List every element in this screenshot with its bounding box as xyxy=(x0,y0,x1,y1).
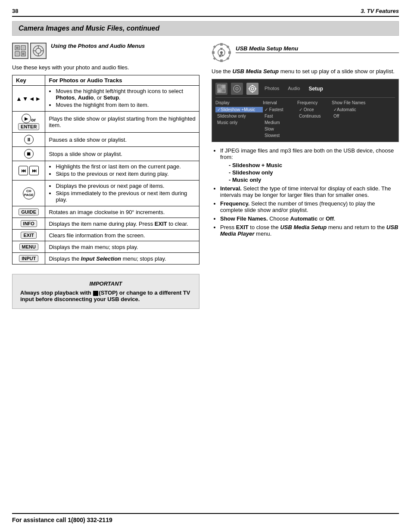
forward-icon: ⏭ xyxy=(29,166,39,175)
svg-point-40 xyxy=(236,87,238,90)
stop-desc: Stops a slide show or playlist. xyxy=(45,147,199,161)
key-exit-cell: EXIT xyxy=(12,230,45,241)
svg-rect-7 xyxy=(22,53,25,55)
continuous-option: Continuous xyxy=(297,113,332,119)
dash-slideshow-music: Slideshow + Music xyxy=(229,162,399,168)
fast-option: Fast xyxy=(263,113,297,119)
dash-slideshow-only: Slideshow only xyxy=(229,169,399,176)
stop-icon: ⏹ xyxy=(24,149,34,159)
filenames-col: ✓Automatic Off xyxy=(332,107,375,119)
menu-key: MENU xyxy=(19,243,38,250)
svg-point-42 xyxy=(251,87,254,90)
key-info-cell: INFO xyxy=(12,218,45,230)
medium-option: Medium xyxy=(263,120,297,125)
automatic-option: ✓Automatic xyxy=(332,107,375,112)
table-row: MENU Displays the main menu; stops play. xyxy=(12,241,199,253)
footer-text: For assistance call 1(800) 332-2119 xyxy=(12,516,112,523)
page-header: 38 3. TV Features xyxy=(12,8,399,17)
col-filenames: Show File Names xyxy=(332,100,375,105)
key-input-cell: INPUT xyxy=(12,253,45,264)
page-footer: For assistance call 1(800) 332-2119 xyxy=(12,513,399,523)
menu-column-data: ✓Slideshow +Music Slideshow only Music o… xyxy=(215,107,395,138)
tab-audio: Audio xyxy=(288,86,300,92)
svg-rect-6 xyxy=(16,53,19,55)
table-row: ▶or ENTER Plays the slide show or playli… xyxy=(12,112,199,133)
off-option: Off xyxy=(332,113,375,119)
menu-desc: Displays the main menu; stops play. xyxy=(45,241,199,253)
menu-column-headers: Display Interval Frequency Show File Nam… xyxy=(215,100,395,105)
music-only-option: Music only xyxy=(215,120,263,125)
svg-rect-18 xyxy=(212,51,215,54)
using-photos-title: Using the Photos and Audio Menus xyxy=(51,43,145,49)
icon-group xyxy=(12,43,47,59)
usb-intro: Use the USB Media Setup menu to set up p… xyxy=(212,68,399,75)
tab-photos: Photos xyxy=(265,86,279,92)
slideshow-only-option: Slideshow only xyxy=(215,113,263,119)
rewind-icon: ⏮ xyxy=(19,166,28,175)
once-option: ✓ Once xyxy=(297,107,332,112)
key-chpage-cell: CHPAGE xyxy=(12,180,45,206)
bullet-show-file-names: Show File Names. Choose Automatic or Off… xyxy=(220,215,399,222)
rewind-fwd-icons: ⏮ ⏭ xyxy=(16,166,41,175)
svg-point-30 xyxy=(222,55,224,56)
svg-rect-38 xyxy=(222,90,225,92)
exit-desc: Clears file information from the screen. xyxy=(45,230,199,241)
intro-text: Use these keys with your photo and audio… xyxy=(12,64,199,71)
col-interval: Interval xyxy=(263,100,297,105)
left-column: Using the Photos and Audio Menus Use the… xyxy=(12,43,199,309)
slideshow-music-option: ✓Slideshow +Music xyxy=(215,107,263,112)
main-content: Using the Photos and Audio Menus Use the… xyxy=(12,43,399,309)
chpage-desc-2: Skips immediately to the previous or nex… xyxy=(56,190,196,203)
photos-icon xyxy=(12,43,28,59)
important-text: Always stop playback with (STOP) or chan… xyxy=(20,289,191,302)
play-icon: ▶ xyxy=(22,114,31,123)
table-row: ▲▼◄► Moves the highlight left/right thro… xyxy=(12,86,199,112)
page-number: 38 xyxy=(12,8,18,14)
exit-key: EXIT xyxy=(21,232,36,239)
svg-point-39 xyxy=(234,85,240,92)
table-row: ⏮ ⏭ Highlights the first or last item on… xyxy=(12,161,199,180)
section-banner: Camera Images and Music Files, continued xyxy=(12,21,399,36)
important-box: IMPORTANT Always stop playback with (STO… xyxy=(12,274,199,309)
slowest-option: Slowest xyxy=(263,133,297,138)
svg-rect-36 xyxy=(222,85,225,88)
dash-list: Slideshow + Music Slideshow only Music o… xyxy=(220,162,399,183)
table-row: ⏹ Stops a slide show or playlist. xyxy=(12,147,199,161)
photos-tab-icon xyxy=(215,83,227,95)
key-menu-cell: MENU xyxy=(12,241,45,253)
important-title: IMPORTANT xyxy=(20,280,191,287)
section-banner-title: Camera Images and Music Files, continued xyxy=(19,25,159,32)
info-key: INFO xyxy=(21,220,37,227)
enter-key: ENTER xyxy=(18,123,39,130)
key-pause-cell: ⏸ xyxy=(12,133,45,147)
important-text-before: Always stop playback with xyxy=(20,289,93,296)
rw-ff-desc-2: Skips to the previous or next item durin… xyxy=(56,171,196,177)
arrow-icon: ▲▼◄► xyxy=(16,95,41,102)
display-col: ✓Slideshow +Music Slideshow only Music o… xyxy=(215,107,263,125)
pause-desc: Pauses a slide show or playlist. xyxy=(45,133,199,147)
setup-tab-icon xyxy=(246,83,258,95)
page-container: 38 3. TV Features Camera Images and Musi… xyxy=(0,0,411,532)
info-desc: Displays the item name during play. Pres… xyxy=(45,218,199,230)
frequency-col: ✓ Once Continuous xyxy=(297,107,332,119)
table-row: INFO Displays the item name during play.… xyxy=(12,218,199,230)
svg-rect-37 xyxy=(218,90,221,92)
table-row: EXIT Clears file information from the sc… xyxy=(12,230,199,241)
audio-tab-icon xyxy=(231,83,243,95)
guide-desc: Rotates an image clockwise in 90° increm… xyxy=(45,206,199,218)
pause-icon: ⏸ xyxy=(24,135,34,144)
arrows-desc: Moves the highlight left/right through i… xyxy=(45,86,199,112)
guide-key: GUIDE xyxy=(19,208,39,215)
svg-rect-4 xyxy=(16,47,19,49)
svg-point-24 xyxy=(220,51,223,54)
svg-rect-22 xyxy=(213,57,216,60)
usb-icon xyxy=(212,43,231,64)
arrow-desc-1: Moves the highlight left/right through i… xyxy=(56,88,196,101)
key-play-cell: ▶or ENTER xyxy=(12,112,45,133)
audio-icon xyxy=(30,43,47,59)
bullet-interval: Interval. Select the type of time interv… xyxy=(220,185,399,198)
svg-point-41 xyxy=(249,86,255,92)
ch-page-icon: CHPAGE xyxy=(23,187,35,199)
svg-rect-16 xyxy=(220,43,223,46)
table-row: INPUT Displays the Input Selection menu;… xyxy=(12,253,199,264)
